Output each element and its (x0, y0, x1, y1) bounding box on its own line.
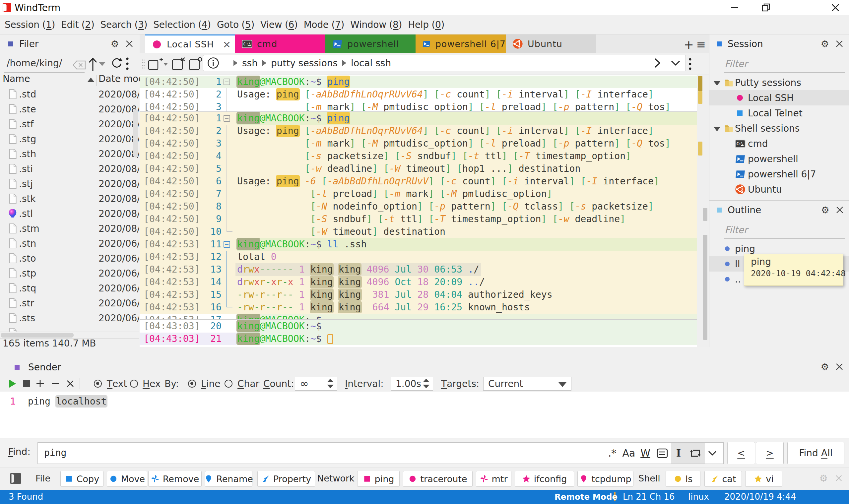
find-all-button[interactable]: Find All (787, 442, 844, 464)
sender-close-icon[interactable] (834, 362, 844, 372)
find-regex-icon[interactable]: .* (604, 443, 620, 464)
sender-run-icon[interactable] (8, 376, 17, 392)
filer-more-icon[interactable] (126, 57, 129, 71)
file-row-stm[interactable]: .stm2020/08/ (0, 221, 139, 236)
ifconfig-button[interactable]: ifconfig (515, 471, 574, 487)
new-tab-button[interactable]: + (684, 38, 694, 51)
file-row-sth[interactable]: .sth2020/08/ (0, 147, 139, 161)
outline-close-icon[interactable] (835, 205, 845, 215)
breadcrumb-item-local-ssh[interactable]: local ssh (351, 58, 391, 69)
tab-list-button[interactable]: ≡ (697, 38, 706, 51)
file-row-partial[interactable] (0, 326, 139, 331)
menu-goto[interactable]: Goto (5) (214, 19, 257, 30)
outline-settings-icon[interactable]: ⚙ (820, 205, 830, 215)
vi-button[interactable]: vi (745, 471, 782, 487)
filer-vertical-scrollbar[interactable] (133, 109, 138, 158)
file-row-std[interactable]: .std2020/08/ (0, 87, 139, 102)
sender-format-radio-hex[interactable] (130, 376, 138, 392)
session-item-shell-sessions[interactable]: Shell sessions (709, 121, 849, 136)
file-row-sts[interactable]: .sts2020/06/ (0, 311, 139, 326)
file-row-str[interactable]: .str2020/06/ (0, 296, 139, 311)
find-cycle-icon[interactable] (686, 443, 705, 464)
close-session-icon[interactable] (171, 57, 186, 71)
menu-help[interactable]: Help (0) (405, 19, 447, 30)
file-row-stn[interactable]: .stn2020/06/ (0, 236, 139, 251)
session-item-local-telnet[interactable]: Local Telnet (709, 105, 849, 121)
scroll-mark[interactable] (703, 235, 707, 340)
outline-filter-input[interactable]: Filter (725, 224, 747, 235)
sender-editor[interactable]: 1 ping localhost (0, 392, 849, 438)
file-row-stl[interactable]: .stl2020/08/ (0, 206, 139, 221)
toolbar-more-icon[interactable] (688, 58, 692, 71)
terminal-output[interactable]: [04:42:50]1king@MACBOOK:~$ ping[04:42:50… (140, 75, 697, 347)
session-settings-icon[interactable]: ⚙ (820, 39, 830, 49)
expand-arrow-icon[interactable] (713, 81, 721, 86)
copy-button[interactable]: Copy (60, 471, 104, 487)
find-word-icon[interactable]: W (637, 443, 654, 464)
fold-toggle-icon[interactable] (221, 238, 237, 251)
detach-session-icon[interactable] (188, 57, 203, 71)
sender-command-text[interactable]: ping localhost (28, 395, 107, 408)
quickbar-logo-icon[interactable] (10, 472, 21, 484)
sender-remove-icon[interactable] (51, 376, 59, 392)
session-item-cmd[interactable]: C:\cmd (709, 136, 849, 151)
close-button[interactable] (825, 0, 846, 15)
restore-button[interactable] (756, 0, 777, 15)
info-icon[interactable] (207, 57, 219, 69)
tab-ubuntu[interactable]: Ubuntu (506, 35, 596, 53)
tab-powershell-6-7[interactable]: powershell 6|7 (416, 35, 506, 53)
tab-powershell[interactable]: powershell (325, 35, 416, 53)
ping-button[interactable]: ping (357, 471, 400, 487)
file-row-stj[interactable]: .stj2020/08/ (0, 176, 139, 191)
find-input[interactable]: ping .*AaWI (37, 442, 724, 464)
session-item-putty-sessions[interactable]: Putty sessions (709, 75, 849, 90)
sender-clear-icon[interactable] (66, 376, 74, 392)
parent-dir-icon[interactable] (88, 57, 97, 72)
terminal-scrollbar[interactable] (697, 75, 709, 347)
file-row-stf[interactable]: .stf2020/08/ (0, 117, 139, 132)
menu-edit[interactable]: Edit (2) (58, 19, 97, 30)
rename-button[interactable]: Rename (205, 471, 252, 487)
mtr-button[interactable]: mtr (476, 471, 511, 487)
sender-format-radio-text[interactable] (94, 376, 102, 392)
filer-path-input[interactable]: /home/king/ (7, 58, 62, 69)
sender-interval-input[interactable]: 1.00s (391, 376, 433, 392)
sender-by-radio-line[interactable] (188, 376, 196, 392)
breadcrumb-forward-icon[interactable] (653, 57, 662, 69)
menu-session[interactable]: Session (1) (2, 19, 58, 30)
breadcrumb-dropdown-icon[interactable] (670, 60, 681, 66)
move-button[interactable]: Move (107, 471, 147, 487)
toolbar-drag-handle[interactable] (142, 59, 145, 69)
tcpdump-button[interactable]: tcpdump (577, 471, 633, 487)
find-previous-button[interactable]: < (727, 442, 755, 464)
refresh-icon[interactable] (110, 57, 123, 70)
menu-window[interactable]: Window (8) (347, 19, 405, 30)
sender-settings-icon[interactable]: ⚙ (820, 362, 830, 372)
fold-toggle-icon[interactable] (221, 76, 237, 88)
file-row-stp[interactable]: .stp2020/06/ (0, 266, 139, 281)
column-name[interactable]: Name (3, 73, 30, 84)
breadcrumb-item-putty-sessions[interactable]: putty sessions (271, 58, 338, 69)
ls-button[interactable]: ls (666, 471, 700, 487)
dir-dropdown-icon[interactable] (98, 62, 106, 66)
traceroute-button[interactable]: traceroute (403, 471, 473, 487)
remove-button[interactable]: Remove (148, 471, 202, 487)
file-row-sto[interactable]: .sto2020/06/ (0, 251, 139, 266)
scroll-mark[interactable] (698, 76, 702, 91)
session-close-icon[interactable] (834, 39, 844, 49)
session-item-powershell-6-7[interactable]: powershell 6|7 (709, 166, 849, 182)
menu-search[interactable]: Search (3) (97, 19, 150, 30)
scroll-mark[interactable] (703, 208, 707, 221)
file-row-ste[interactable]: .ste2020/08/ (0, 102, 139, 117)
column-date-modified[interactable]: Date mod (98, 73, 144, 84)
sender-by-radio-char[interactable] (224, 376, 233, 392)
scroll-mark[interactable] (698, 142, 702, 156)
minimize-button[interactable] (724, 0, 745, 15)
menu-mode[interactable]: Mode (7) (301, 19, 347, 30)
find-case-icon[interactable]: Aa (620, 443, 637, 464)
sender-add-icon[interactable] (36, 376, 44, 392)
session-item-local-ssh[interactable]: Local SSH (709, 90, 849, 105)
tab-close-icon[interactable]: × (222, 38, 231, 50)
fold-toggle-icon[interactable] (221, 112, 237, 125)
expand-arrow-icon[interactable] (713, 127, 721, 131)
